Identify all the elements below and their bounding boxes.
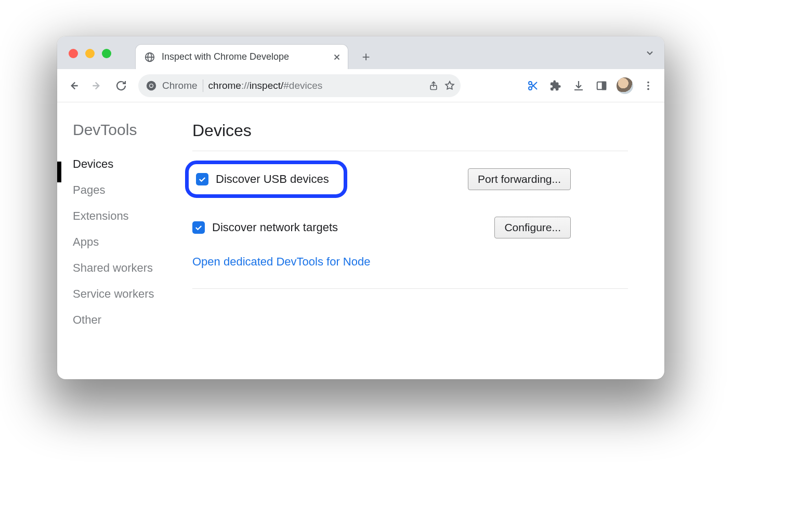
row-discover-usb: Discover USB devices Port forwarding... bbox=[192, 151, 628, 207]
sidebar-item-other[interactable]: Other bbox=[73, 307, 187, 333]
extensions-icon[interactable] bbox=[545, 75, 567, 97]
toolbar-right bbox=[522, 75, 659, 97]
close-tab-icon[interactable] bbox=[332, 52, 342, 62]
page-heading: Devices bbox=[192, 121, 628, 151]
svg-point-12 bbox=[647, 88, 649, 90]
discover-usb-label: Discover USB devices bbox=[216, 172, 329, 186]
discover-network-label: Discover network targets bbox=[212, 221, 338, 234]
globe-icon bbox=[144, 51, 155, 63]
sidebar-item-devices[interactable]: Devices bbox=[73, 151, 187, 177]
bookmark-star-icon[interactable] bbox=[444, 80, 455, 91]
main: Devices Discover USB devices Port forwar… bbox=[187, 102, 664, 379]
sidebar-title: DevTools bbox=[73, 121, 187, 139]
svg-rect-9 bbox=[603, 82, 606, 89]
browser-tab[interactable]: Inspect with Chrome Develope bbox=[135, 44, 348, 69]
open-node-devtools-link[interactable]: Open dedicated DevTools for Node bbox=[192, 248, 370, 279]
sidebar: DevTools Devices Pages Extensions Apps S… bbox=[57, 102, 187, 379]
tab-title: Inspect with Chrome Develope bbox=[162, 51, 289, 62]
chrome-icon bbox=[146, 80, 157, 91]
minimize-window-button[interactable] bbox=[85, 49, 95, 58]
close-window-button[interactable] bbox=[69, 49, 78, 58]
back-button[interactable] bbox=[62, 75, 84, 97]
sidebar-item-shared-workers[interactable]: Shared workers bbox=[73, 255, 187, 281]
scissors-icon[interactable] bbox=[522, 75, 544, 97]
discover-network-checkbox[interactable] bbox=[192, 221, 205, 234]
svg-point-7 bbox=[529, 87, 532, 90]
tabstrip: Inspect with Chrome Develope + bbox=[135, 36, 664, 69]
svg-point-6 bbox=[529, 82, 532, 85]
profile-avatar[interactable] bbox=[617, 77, 633, 94]
menu-icon[interactable] bbox=[637, 75, 659, 97]
discover-usb-group: Discover USB devices bbox=[196, 172, 329, 186]
titlebar: Inspect with Chrome Develope + bbox=[57, 36, 664, 69]
sidebar-item-pages[interactable]: Pages bbox=[73, 177, 187, 203]
configure-button[interactable]: Configure... bbox=[494, 217, 571, 238]
omnibox-chip: Chrome bbox=[162, 80, 198, 91]
discover-network-group: Discover network targets bbox=[192, 221, 338, 234]
svg-point-11 bbox=[647, 85, 649, 87]
omnibox-url: chrome://inspect/#devices bbox=[208, 80, 423, 91]
content: DevTools Devices Pages Extensions Apps S… bbox=[57, 102, 664, 379]
forward-button[interactable] bbox=[86, 75, 108, 97]
row-node-link: Open dedicated DevTools for Node bbox=[192, 248, 628, 289]
active-indicator bbox=[57, 162, 61, 182]
port-forwarding-button[interactable]: Port forwarding... bbox=[468, 168, 571, 190]
sidebar-item-extensions[interactable]: Extensions bbox=[73, 203, 187, 229]
browser-window: Inspect with Chrome Develope + Chrome ch… bbox=[57, 36, 664, 379]
omnibox[interactable]: Chrome chrome://inspect/#devices bbox=[138, 74, 461, 97]
reload-button[interactable] bbox=[110, 75, 132, 97]
separator bbox=[203, 79, 203, 92]
omnibox-actions bbox=[428, 80, 455, 91]
highlight-annotation: Discover USB devices bbox=[185, 161, 347, 198]
traffic-lights bbox=[69, 49, 111, 58]
new-tab-button[interactable]: + bbox=[356, 46, 376, 67]
maximize-window-button[interactable] bbox=[102, 49, 111, 58]
chevron-down-icon[interactable] bbox=[645, 48, 655, 58]
toolbar: Chrome chrome://inspect/#devices bbox=[57, 69, 664, 102]
svg-point-4 bbox=[150, 84, 153, 87]
share-icon[interactable] bbox=[428, 81, 439, 91]
downloads-icon[interactable] bbox=[568, 75, 590, 97]
svg-point-10 bbox=[647, 81, 649, 83]
row-discover-network: Discover network targets Configure... bbox=[192, 207, 628, 248]
side-panel-icon[interactable] bbox=[591, 75, 612, 97]
discover-usb-checkbox[interactable] bbox=[196, 173, 208, 185]
sidebar-item-apps[interactable]: Apps bbox=[73, 229, 187, 255]
sidebar-item-service-workers[interactable]: Service workers bbox=[73, 281, 187, 307]
